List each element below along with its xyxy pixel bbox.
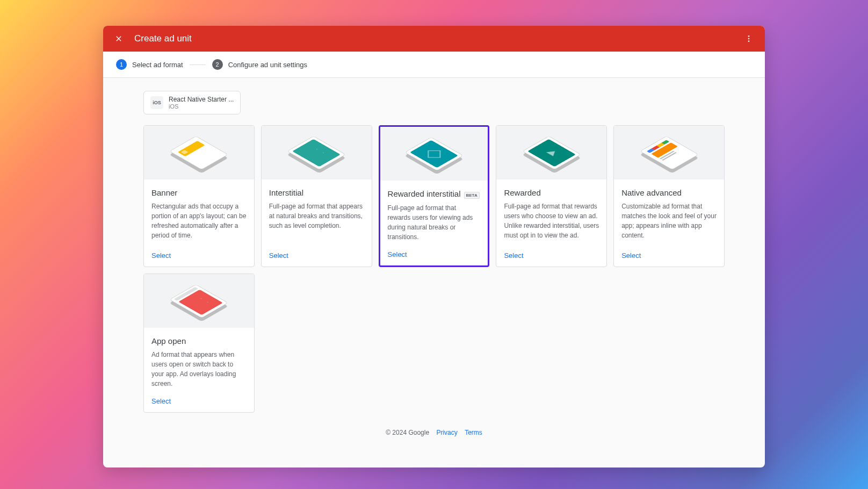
dialog-window: Create ad unit 1 Select ad format 2 Conf… [103,26,765,468]
native-illustration [614,126,724,179]
select-native-button[interactable]: Select [621,251,641,260]
ios-icon: iOS [150,96,163,109]
close-icon [114,34,123,43]
step-1-number: 1 [116,59,127,70]
card-description: Full-page ad format that appears at natu… [269,202,364,243]
card-banner: Banner Rectangular ads that occupy a por… [143,125,255,267]
stepper: 1 Select ad format 2 Configure ad unit s… [103,52,765,78]
svg-point-2 [748,40,750,42]
svg-point-0 [748,35,750,37]
rewarded-illustration [496,126,606,179]
banner-illustration [144,126,254,179]
svg-point-1 [748,38,750,40]
app-platform: iOS [169,103,234,110]
copyright-text: © 2024 Google [386,429,429,436]
card-title: Native advanced [621,188,682,197]
step-divider [190,64,206,65]
step-2-label: Configure ad unit settings [228,61,307,69]
select-rewarded-interstitial-button[interactable]: Select [388,250,407,258]
card-description: Ad format that appears when users open o… [151,350,247,389]
card-title: Rewarded [504,188,540,197]
app-open-illustration [144,274,254,328]
step-1-label: Select ad format [132,61,183,69]
card-description: Rectangular ads that occupy a portion of… [151,202,247,243]
card-description: Full-page ad format that rewards users w… [504,202,599,243]
close-button[interactable] [114,34,124,44]
app-selector-chip[interactable]: iOS React Native Starter ... iOS [143,91,241,114]
select-app-open-button[interactable]: Select [151,397,171,405]
step-2[interactable]: 2 Configure ad unit settings [212,59,307,70]
step-1[interactable]: 1 Select ad format [116,59,183,70]
select-rewarded-button[interactable]: Select [504,251,523,260]
rewarded-interstitial-illustration [380,127,488,181]
select-banner-button[interactable]: Select [151,251,171,260]
select-interstitial-button[interactable]: Select [269,251,288,260]
beta-badge: BETA [464,192,480,199]
card-rewarded: Rewarded Full-page ad format that reward… [496,125,607,267]
interstitial-illustration [262,126,372,179]
card-title: Rewarded interstitial [388,189,461,198]
more-options-button[interactable] [743,33,754,44]
card-title: Interstitial [269,188,303,197]
card-description: Full-page ad format that rewards users f… [388,203,481,242]
card-interstitial: Interstitial Full-page ad format that ap… [261,125,372,267]
content-area: iOS React Native Starter ... iOS Banner … [103,78,765,468]
step-2-number: 2 [212,59,223,70]
app-name: React Native Starter ... [169,96,234,103]
card-rewarded-interstitial: Rewarded interstitial BETA Full-page ad … [379,125,490,267]
card-app-open: App open Ad format that appears when use… [143,274,255,413]
card-title: App open [151,336,186,346]
card-title: Banner [151,188,177,197]
dialog-title: Create ad unit [134,33,192,44]
more-vert-icon [744,34,753,43]
card-description: Customizable ad format that matches the … [621,202,717,243]
format-grid: Banner Rectangular ads that occupy a por… [143,125,725,413]
dialog-header: Create ad unit [103,26,765,52]
footer: © 2024 Google Privacy Terms [143,413,725,446]
card-native-advanced: Native advanced Customizable ad format t… [613,125,725,267]
privacy-link[interactable]: Privacy [436,429,457,436]
terms-link[interactable]: Terms [465,429,482,436]
